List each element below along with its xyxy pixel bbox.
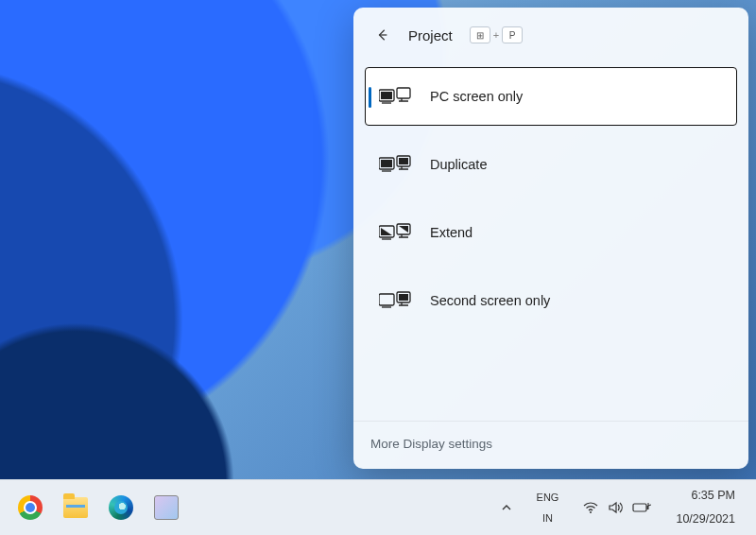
file-explorer-icon xyxy=(63,497,88,518)
clock-date-text: 10/29/2021 xyxy=(676,512,735,526)
second-screen-only-icon xyxy=(379,290,411,311)
microsoft-edge-icon xyxy=(109,495,133,520)
option-second-screen-only[interactable]: Second screen only xyxy=(365,271,737,330)
tray-overflow-button[interactable] xyxy=(495,496,518,519)
svg-rect-1 xyxy=(381,92,392,99)
keyboard-layout-code: IN xyxy=(542,512,553,524)
taskbar-app-file-explorer[interactable] xyxy=(55,487,96,528)
more-display-settings-link[interactable]: More Display settings xyxy=(370,437,492,451)
svg-rect-13 xyxy=(633,504,646,511)
duplicate-icon xyxy=(379,154,411,175)
language-code: ENG xyxy=(537,492,559,503)
language-indicator[interactable]: ENG IN xyxy=(531,486,565,529)
back-button[interactable] xyxy=(370,23,395,47)
option-label: Duplicate xyxy=(430,157,487,172)
taskbar-pinned-apps xyxy=(0,487,187,528)
svg-rect-6 xyxy=(399,158,408,164)
project-flyout: Project ⊞ + P PC screen only xyxy=(353,8,748,469)
project-options-list: PC screen only Duplicate xyxy=(353,59,748,421)
pc-screen-only-icon xyxy=(379,86,411,107)
taskbar-app-chrome[interactable] xyxy=(9,487,51,528)
arrow-left-icon xyxy=(376,27,389,43)
svg-rect-2 xyxy=(397,88,410,98)
extend-icon xyxy=(379,222,411,243)
win-key-icon: ⊞ xyxy=(470,26,490,43)
speaker-icon xyxy=(608,501,623,514)
wifi-icon xyxy=(583,501,598,514)
clock-time: 6:35 PM xyxy=(691,489,735,503)
option-duplicate[interactable]: Duplicate xyxy=(365,135,737,194)
taskbar-app-edge[interactable] xyxy=(100,487,142,528)
option-label: Second screen only xyxy=(430,293,550,308)
option-label: Extend xyxy=(430,225,472,240)
option-extend[interactable]: Extend xyxy=(365,203,737,262)
project-flyout-title: Project xyxy=(408,27,453,43)
google-chrome-icon xyxy=(18,495,43,520)
svg-rect-9 xyxy=(379,294,394,305)
svg-rect-4 xyxy=(381,160,392,167)
network-sound-battery-group[interactable] xyxy=(577,495,657,520)
project-flyout-footer: More Display settings xyxy=(353,421,748,469)
plus-glyph: + xyxy=(493,29,499,41)
keyboard-shortcut-hint: ⊞ + P xyxy=(470,26,523,43)
chevron-up-icon xyxy=(501,502,512,513)
battery-charging-icon xyxy=(632,502,651,513)
option-label: PC screen only xyxy=(430,89,523,104)
system-tray: ENG IN 6:35 PM 10/29/2021 xyxy=(495,483,756,532)
project-flyout-header: Project ⊞ + P xyxy=(353,8,748,59)
clock-date[interactable]: 6:35 PM 10/29/2021 xyxy=(670,483,741,532)
svg-point-12 xyxy=(590,511,592,513)
svg-rect-11 xyxy=(399,294,408,301)
taskbar: ENG IN 6:35 PM 10/29/2021 xyxy=(0,479,756,535)
taskbar-app-snipping-tool[interactable] xyxy=(146,487,187,528)
p-key: P xyxy=(502,26,523,43)
snipping-tool-icon xyxy=(154,495,179,520)
option-pc-screen-only[interactable]: PC screen only xyxy=(365,67,737,126)
